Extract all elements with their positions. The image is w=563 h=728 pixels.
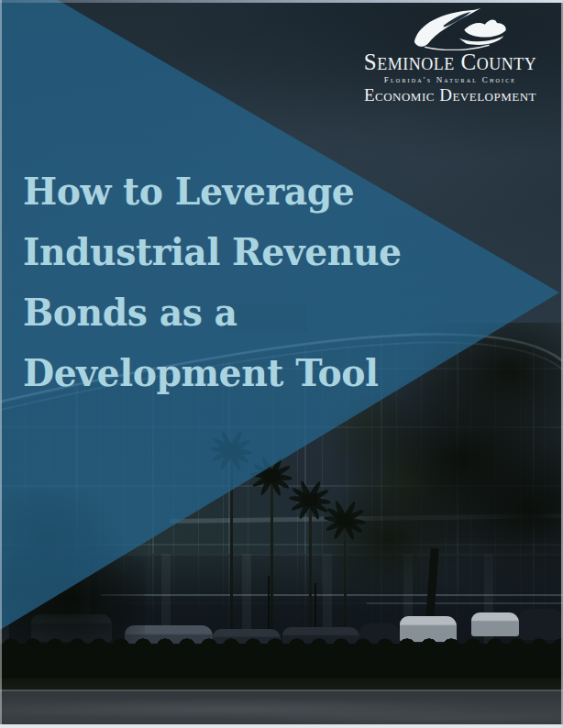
road [0,689,563,728]
logo-org-name: Seminole County [354,51,546,73]
page-title: How to Leverage Industrial Revenue Bonds… [23,161,410,403]
palm-crown [263,469,280,482]
title-line: Industrial Revenue [23,222,410,282]
logo-department: Economic Development [354,86,546,105]
logo-tagline: Florida's Natural Choice [354,75,546,84]
palm-crown [302,493,318,506]
title-line: Bonds as a [23,282,410,343]
page-top-edge [0,0,563,3]
page-left-edge [0,0,2,728]
heron-swoosh-icon [399,7,511,50]
palm-trunk [270,480,273,645]
seminole-county-logo: Seminole County Florida's Natural Choice… [354,7,546,105]
title-line: How to Leverage [23,161,410,222]
palm-trunk [309,504,312,645]
page-bottom-edge [0,724,563,728]
title-line: Development Tool [23,343,410,403]
parked-car [471,612,519,636]
palm-crown [337,513,353,526]
document-cover-page: How to Leverage Industrial Revenue Bonds… [0,0,563,728]
